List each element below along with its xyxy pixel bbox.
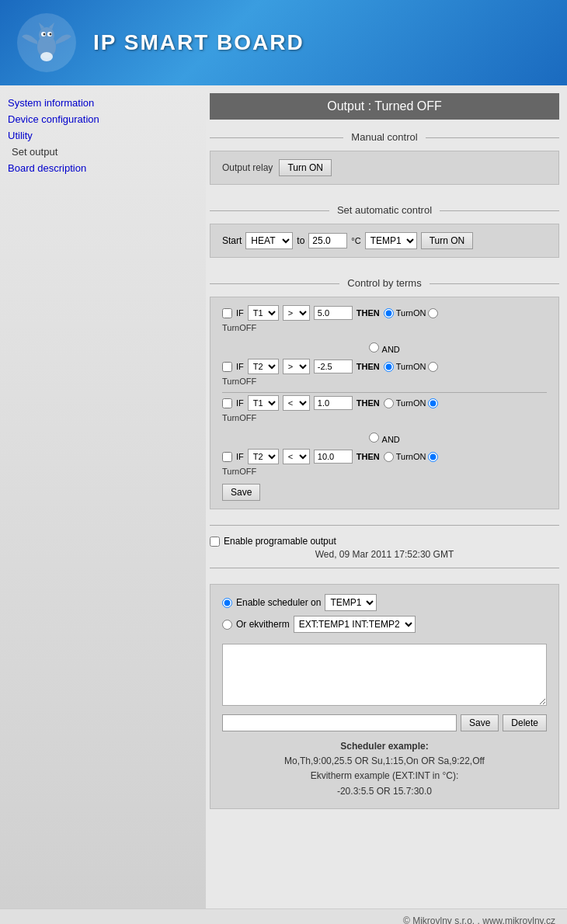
- turnon-label-3: TurnON: [396, 398, 426, 408]
- term1-checkbox[interactable]: [222, 308, 232, 318]
- footer: © Mikrovlny s.r.o. , www.mikrovlny.cz: [0, 908, 567, 924]
- and2-label: AND: [382, 435, 400, 444]
- ekvitherm-row: Or ekvitherm EXT:TEMP1 INT:TEMP2: [222, 616, 547, 633]
- sidebar-item-system-information[interactable]: System information: [8, 97, 198, 109]
- turnon-label-2: TurnON: [396, 362, 426, 371]
- term2-operator[interactable]: ><: [283, 359, 310, 374]
- auto-control-row: Start HEAT COOL to °C TEMP1 TEMP2 Turn O…: [222, 232, 547, 249]
- scheduler-sensor-select[interactable]: TEMP1 TEMP2: [325, 594, 377, 611]
- datetime-label: Wed, 09 Mar 2011 17:52:30 GMT: [210, 549, 559, 560]
- sidebar-item-device-configuration[interactable]: Device configuration: [8, 113, 198, 125]
- manual-control-panel: Output relay Turn ON: [210, 151, 559, 185]
- enable-programable-checkbox[interactable]: [210, 537, 220, 547]
- term4-turnoff-label: TurnOFF: [222, 467, 547, 476]
- and1-radio[interactable]: [369, 342, 379, 353]
- term4-turnon-radio[interactable]: [384, 452, 394, 462]
- and-row-2: AND: [222, 429, 547, 449]
- ekvitherm-select[interactable]: EXT:TEMP1 INT:TEMP2: [294, 616, 416, 633]
- to-label: to: [297, 235, 304, 246]
- turnon-label-1: TurnON: [396, 308, 426, 318]
- svg-point-9: [40, 52, 53, 61]
- scheduler-input[interactable]: [222, 714, 457, 731]
- term3-sensor[interactable]: T1T2: [248, 395, 279, 411]
- sidebar-item-set-output[interactable]: Set output: [8, 146, 198, 158]
- if-label-4: IF: [236, 452, 244, 461]
- term2-turnon-radio[interactable]: [384, 362, 394, 372]
- and2-radio[interactable]: [369, 432, 379, 443]
- term1-turnoff-radio[interactable]: [428, 308, 438, 318]
- turn-on-button[interactable]: Turn ON: [279, 159, 332, 176]
- sensor-select[interactable]: TEMP1 TEMP2: [365, 232, 417, 249]
- term2-checkbox[interactable]: [222, 362, 232, 372]
- auto-control-panel: Start HEAT COOL to °C TEMP1 TEMP2 Turn O…: [210, 224, 559, 258]
- if-label-3: IF: [236, 398, 244, 408]
- enable-scheduler-label: Enable scheduler on: [236, 597, 321, 608]
- sidebar: System information Device configuration …: [0, 85, 206, 908]
- term-row-3: IF T1T2 <> THEN TurnON: [222, 395, 547, 411]
- term4-turnoff-radio[interactable]: [428, 452, 438, 462]
- term2-sensor[interactable]: T2T1: [248, 359, 279, 374]
- start-label: Start: [222, 235, 242, 246]
- then-label-4: THEN: [357, 452, 380, 461]
- term4-radio-group: TurnON: [384, 452, 439, 462]
- auto-turn-on-button[interactable]: Turn ON: [421, 232, 474, 249]
- ekvitherm-radio[interactable]: [222, 620, 232, 630]
- term4-checkbox[interactable]: [222, 452, 232, 462]
- scheduler-delete-button[interactable]: Delete: [503, 714, 547, 731]
- ekvitherm-example-title: Ekvitherm example (EXT:INT in °C):: [222, 769, 547, 783]
- term4-sensor[interactable]: T2T1: [248, 449, 279, 464]
- term3-operator[interactable]: <>: [283, 395, 310, 411]
- enable-scheduler-radio[interactable]: [222, 598, 232, 608]
- term2-radio-group: TurnON: [384, 362, 439, 372]
- scheduler-textarea[interactable]: [222, 644, 547, 706]
- and1-label: AND: [382, 345, 400, 354]
- term1-operator[interactable]: ><: [283, 305, 310, 321]
- term3-turnon-radio[interactable]: [384, 398, 394, 408]
- output-header: Output : Turned OFF: [210, 93, 559, 120]
- enable-row: Enable programable output: [210, 530, 559, 549]
- temp-input[interactable]: [308, 233, 347, 248]
- footer-text: © Mikrovlny s.r.o. , www.mikrovlny.cz: [403, 915, 555, 924]
- term1-turnoff-label: TurnOFF: [222, 323, 547, 332]
- scheduler-input-row: Save Delete: [222, 714, 547, 731]
- example-title: Scheduler example:: [222, 739, 547, 754]
- and-row-1: AND: [222, 339, 547, 359]
- term-row-4: IF T2T1 <> THEN TurnON: [222, 449, 547, 464]
- then-label-2: THEN: [357, 362, 380, 371]
- scheduler-example: Scheduler example: Mo,Th,9:00,25.5 OR Su…: [222, 739, 547, 799]
- enable-programable-label: Enable programable output: [224, 536, 336, 547]
- manual-control-title: Manual control: [210, 127, 559, 147]
- term3-value[interactable]: [314, 396, 353, 410]
- terms-save-button[interactable]: Save: [222, 484, 260, 501]
- mode-select[interactable]: HEAT COOL: [245, 232, 293, 249]
- sidebar-item-utility[interactable]: Utility: [8, 130, 198, 141]
- ekvitherm-example-line: -20.3:5.5 OR 15.7:30.0: [222, 784, 547, 799]
- if-label-1: IF: [236, 308, 244, 318]
- content-area: Output : Turned OFF Manual control Outpu…: [206, 85, 567, 908]
- sidebar-item-board-description[interactable]: Board description: [8, 162, 198, 174]
- logo: [16, 12, 78, 74]
- auto-control-title: Set automatic control: [210, 200, 559, 220]
- term3-checkbox[interactable]: [222, 398, 232, 408]
- turnon-label-4: TurnON: [396, 452, 426, 461]
- deg-symbol: °C: [351, 236, 360, 245]
- term3-turnoff-label: TurnOFF: [222, 413, 547, 422]
- manual-control-row: Output relay Turn ON: [222, 159, 547, 176]
- if-label-2: IF: [236, 362, 244, 371]
- term3-turnoff-radio[interactable]: [428, 398, 438, 408]
- terms-section: Control by terms IF T1T2 >< THEN: [210, 269, 559, 517]
- term4-operator[interactable]: <>: [283, 449, 310, 464]
- term1-sensor[interactable]: T1T2: [248, 305, 279, 321]
- term4-value[interactable]: [314, 450, 353, 464]
- term1-value[interactable]: [314, 306, 353, 320]
- then-label-1: THEN: [357, 308, 380, 318]
- term1-turnon-radio[interactable]: [384, 308, 394, 318]
- scheduler-panel: Enable scheduler on TEMP1 TEMP2 Or ekvit…: [210, 584, 559, 809]
- term2-value[interactable]: [314, 360, 353, 373]
- terms-panel: IF T1T2 >< THEN TurnON TurnOFF: [210, 297, 559, 509]
- term2-turnoff-radio[interactable]: [428, 362, 438, 372]
- output-relay-label: Output relay: [222, 162, 273, 173]
- scheduler-save-button[interactable]: Save: [461, 714, 499, 731]
- example-line1: Mo,Th,9:00,25.5 OR Su,1:15,On OR Sa,9:22…: [222, 754, 547, 769]
- term1-radio-group: TurnON: [384, 308, 439, 318]
